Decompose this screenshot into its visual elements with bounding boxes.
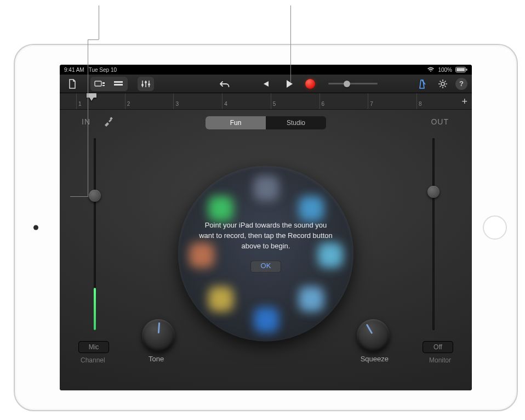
ruler-tick: 3 xyxy=(173,93,174,109)
segment-studio[interactable]: Studio xyxy=(266,116,326,129)
help-glyph: ? xyxy=(459,80,464,88)
preset-blob xyxy=(254,175,279,201)
svg-point-8 xyxy=(141,84,144,86)
play-button[interactable] xyxy=(281,77,298,91)
monitor-label: Monitor xyxy=(429,356,451,364)
status-date: Tue Sep 10 xyxy=(89,67,117,73)
svg-rect-6 xyxy=(114,81,123,83)
master-volume-slider[interactable] xyxy=(328,81,378,87)
preset-blob xyxy=(299,286,324,311)
my-songs-button[interactable] xyxy=(64,77,81,91)
status-battery-pct: 100% xyxy=(438,67,452,73)
help-button[interactable]: ? xyxy=(455,78,467,90)
status-bar: 9:41 AM Tue Sep 10 100% xyxy=(60,65,472,75)
timeline-ruler[interactable]: 12345678 + xyxy=(60,93,472,110)
callout-line-record xyxy=(290,5,291,82)
preset-blob xyxy=(254,307,279,332)
ruler-tick: 2 xyxy=(125,93,125,109)
callout-line-in-slider xyxy=(99,5,99,39)
transport-controls xyxy=(216,77,315,91)
go-to-start-button[interactable] xyxy=(257,77,273,91)
ruler-tick-label: 7 xyxy=(370,101,373,107)
ruler-tick-label: 1 xyxy=(78,101,82,107)
svg-rect-4 xyxy=(102,82,105,84)
svg-rect-1 xyxy=(456,68,465,71)
browser-view-button[interactable] xyxy=(90,77,109,91)
preset-blob xyxy=(208,286,233,311)
view-toggle-group xyxy=(90,77,128,91)
instruction-text: Point your iPad towards the sound you wa… xyxy=(197,220,334,252)
preset-blob xyxy=(299,196,324,221)
wifi-icon xyxy=(427,67,435,72)
status-time: 9:41 AM xyxy=(64,67,84,73)
svg-point-9 xyxy=(145,81,147,83)
channel-label: Channel xyxy=(81,356,105,364)
instruction-overlay: Point your iPad towards the sound you wa… xyxy=(197,220,334,273)
out-label: OUT xyxy=(431,117,449,126)
add-section-button[interactable]: + xyxy=(461,96,467,107)
preset-blob xyxy=(208,196,233,221)
callout-line-in-slider-h2 xyxy=(70,196,88,197)
tracks-view-button[interactable] xyxy=(109,77,128,91)
record-button[interactable] xyxy=(305,79,315,89)
tone-knob[interactable] xyxy=(142,319,175,352)
app-toolbar: ? xyxy=(60,75,472,93)
callout-line-in-slider-h xyxy=(88,39,99,40)
ruler-tick: 8 xyxy=(416,93,417,109)
ruler-tick: 1 xyxy=(76,93,77,109)
settings-button[interactable] xyxy=(435,77,451,91)
input-level-slider[interactable] xyxy=(88,138,101,330)
battery-icon xyxy=(455,67,467,72)
svg-rect-3 xyxy=(95,81,101,86)
mode-segmented-control: Fun Studio xyxy=(206,116,326,129)
segment-fun[interactable]: Fun xyxy=(206,116,266,129)
audio-recorder-panel: Fun Studio IN OUT xyxy=(60,110,472,390)
ruler-tick: 4 xyxy=(222,93,222,109)
input-plug-icon[interactable] xyxy=(102,116,113,129)
undo-button[interactable] xyxy=(216,77,233,91)
ruler-tick: 5 xyxy=(271,93,271,109)
home-button[interactable] xyxy=(483,215,507,240)
ruler-tick-label: 4 xyxy=(224,101,227,107)
ruler-tick: 7 xyxy=(368,93,368,109)
channel-chip[interactable]: Mic xyxy=(78,341,109,353)
squeeze-label: Squeeze xyxy=(361,355,389,363)
ok-button[interactable]: OK xyxy=(250,260,281,273)
in-label: IN xyxy=(82,117,90,126)
svg-point-10 xyxy=(148,83,150,86)
ruler-tick-label: 6 xyxy=(322,101,325,107)
screen: 9:41 AM Tue Sep 10 100% xyxy=(60,65,472,390)
monitor-chip[interactable]: Off xyxy=(423,341,453,353)
svg-rect-5 xyxy=(102,85,105,86)
ruler-tick: 6 xyxy=(319,93,320,109)
tone-label: Tone xyxy=(149,355,164,363)
ipad-frame: 9:41 AM Tue Sep 10 100% xyxy=(14,44,518,411)
ruler-tick-label: 3 xyxy=(175,101,179,107)
ruler-tick-label: 2 xyxy=(127,101,130,107)
svg-point-11 xyxy=(441,82,444,86)
svg-rect-2 xyxy=(466,69,467,71)
ruler-tick-label: 5 xyxy=(273,101,276,107)
ruler-tick-label: 8 xyxy=(419,101,422,107)
callout-line-in-slider-v2 xyxy=(88,39,88,197)
output-level-slider[interactable] xyxy=(427,138,440,330)
preset-wheel[interactable]: Point your iPad towards the sound you wa… xyxy=(178,166,353,341)
track-controls-button[interactable] xyxy=(138,77,154,91)
metronome-button[interactable] xyxy=(414,77,430,91)
front-camera xyxy=(33,225,38,230)
squeeze-knob[interactable] xyxy=(357,319,390,352)
add-glyph: + xyxy=(461,96,467,107)
svg-rect-7 xyxy=(114,84,123,86)
